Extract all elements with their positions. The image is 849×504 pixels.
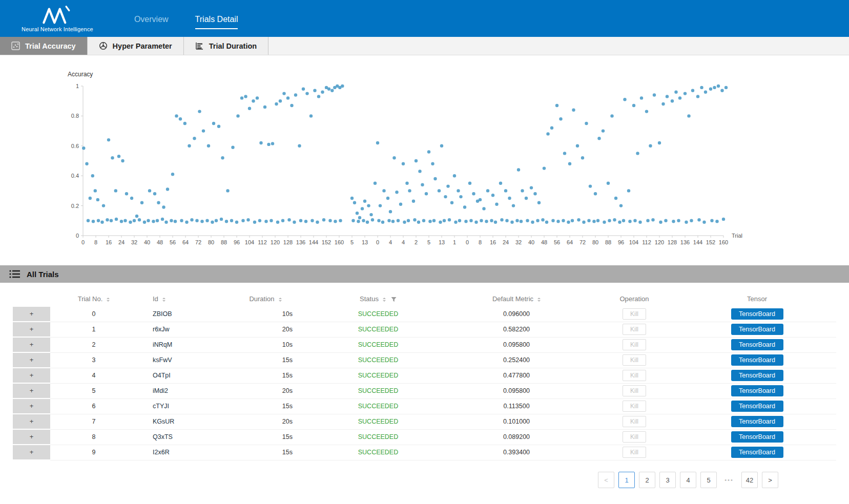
scatter-point[interactable] xyxy=(666,95,669,98)
scatter-point[interactable] xyxy=(327,88,330,91)
scatter-point[interactable] xyxy=(207,144,210,148)
scatter-point[interactable] xyxy=(592,220,595,223)
scatter-point[interactable] xyxy=(361,207,364,210)
scatter-point[interactable] xyxy=(397,219,400,222)
scatter-point[interactable] xyxy=(330,89,334,92)
expand-row-button[interactable]: + xyxy=(13,353,50,367)
scatter-point[interactable] xyxy=(500,218,503,221)
sort-icon[interactable] xyxy=(383,298,386,302)
scatter-point[interactable] xyxy=(438,189,441,192)
scatter-point[interactable] xyxy=(157,201,160,204)
scatter-point[interactable] xyxy=(543,166,546,170)
expand-row-button[interactable]: + xyxy=(13,430,50,444)
scatter-point[interactable] xyxy=(152,220,155,223)
scatter-point[interactable] xyxy=(293,221,296,224)
scatter-point[interactable] xyxy=(94,189,97,192)
scatter-point[interactable] xyxy=(531,221,534,224)
scatter-point[interactable] xyxy=(674,91,677,94)
scatter-point[interactable] xyxy=(555,104,558,107)
scatter-point[interactable] xyxy=(690,219,693,222)
scatter-point[interactable] xyxy=(664,219,667,222)
tensorboard-button[interactable]: TensorBoard xyxy=(731,308,783,320)
tensorboard-button[interactable]: TensorBoard xyxy=(731,431,783,443)
scatter-point[interactable] xyxy=(505,219,508,222)
scatter-point[interactable] xyxy=(221,156,224,159)
scatter-point[interactable] xyxy=(704,91,707,94)
scatter-point[interactable] xyxy=(391,220,395,223)
scatter-point[interactable] xyxy=(374,182,377,185)
scatter-point[interactable] xyxy=(582,221,585,224)
scatter-point[interactable] xyxy=(351,219,355,222)
scatter-point[interactable] xyxy=(633,219,636,222)
page-button-2[interactable]: 2 xyxy=(639,472,655,488)
scatter-point[interactable] xyxy=(205,219,209,222)
column-header-duration[interactable]: Duration xyxy=(217,291,314,307)
scatter-point[interactable] xyxy=(530,186,533,189)
tensorboard-button[interactable]: TensorBoard xyxy=(731,447,783,458)
scatter-point[interactable] xyxy=(202,129,205,132)
scatter-point[interactable] xyxy=(463,205,466,208)
scatter-point[interactable] xyxy=(623,98,626,101)
scatter-point[interactable] xyxy=(298,144,301,148)
scatter-point[interactable] xyxy=(425,192,428,195)
scatter-point[interactable] xyxy=(685,221,688,224)
kill-button[interactable]: Kill xyxy=(623,370,646,381)
scatter-point[interactable] xyxy=(211,221,214,224)
scatter-point[interactable] xyxy=(156,219,159,222)
scatter-point[interactable] xyxy=(267,143,270,146)
scatter-point[interactable] xyxy=(480,219,483,222)
scatter-point[interactable] xyxy=(363,200,366,203)
scatter-point[interactable] xyxy=(366,221,369,224)
scatter-point[interactable] xyxy=(120,220,123,223)
scatter-point[interactable] xyxy=(454,221,457,224)
scatter-point[interactable] xyxy=(684,92,687,95)
scatter-point[interactable] xyxy=(428,220,431,223)
scatter-point[interactable] xyxy=(220,218,223,221)
scatter-point[interactable] xyxy=(422,219,425,222)
scatter-point[interactable] xyxy=(700,86,703,89)
scatter-point[interactable] xyxy=(379,204,382,207)
scatter-point[interactable] xyxy=(107,138,110,141)
tensorboard-button[interactable]: TensorBoard xyxy=(731,401,783,412)
scatter-point[interactable] xyxy=(490,219,493,222)
scatter-point[interactable] xyxy=(350,197,354,200)
scatter-point[interactable] xyxy=(252,99,255,102)
scatter-point[interactable] xyxy=(567,221,570,224)
scatter-point[interactable] xyxy=(235,221,238,224)
scatter-point[interactable] xyxy=(687,114,690,117)
scatter-point[interactable] xyxy=(111,156,114,159)
kill-button[interactable]: Kill xyxy=(623,354,646,366)
scatter-point[interactable] xyxy=(316,221,319,224)
scatter-point[interactable] xyxy=(356,212,359,215)
kill-button[interactable]: Kill xyxy=(623,308,646,320)
scatter-point[interactable] xyxy=(427,150,430,153)
scatter-point[interactable] xyxy=(563,152,566,155)
scatter-point[interactable] xyxy=(310,219,314,222)
scatter-point[interactable] xyxy=(193,137,196,140)
scatter-point[interactable] xyxy=(299,219,302,222)
scatter-point[interactable] xyxy=(170,219,173,222)
tab-hyper-parameter[interactable]: Hyper Parameter xyxy=(88,37,184,55)
page-button-3[interactable]: 3 xyxy=(659,472,676,488)
scatter-point[interactable] xyxy=(551,219,554,222)
scatter-point[interactable] xyxy=(691,89,694,92)
scatter-point[interactable] xyxy=(417,221,420,224)
scatter-point[interactable] xyxy=(188,144,191,148)
scatter-point[interactable] xyxy=(392,156,396,159)
scatter-point[interactable] xyxy=(371,218,374,221)
scatter-point[interactable] xyxy=(722,218,725,221)
scatter-point[interactable] xyxy=(153,192,156,195)
scatter-point[interactable] xyxy=(171,173,174,176)
scatter-point[interactable] xyxy=(710,219,713,222)
scatter-point[interactable] xyxy=(405,182,408,185)
scatter-point[interactable] xyxy=(334,220,337,223)
scatter-point[interactable] xyxy=(628,220,631,223)
column-header-trial-no[interactable]: Trial No. xyxy=(50,291,137,307)
scatter-point[interactable] xyxy=(110,219,113,222)
tensorboard-button[interactable]: TensorBoard xyxy=(731,354,783,366)
scatter-point[interactable] xyxy=(645,110,648,113)
scatter-point[interactable] xyxy=(190,218,193,221)
scatter-point[interactable] xyxy=(508,197,511,200)
scatter-point[interactable] xyxy=(556,220,560,223)
scatter-point[interactable] xyxy=(244,95,247,98)
